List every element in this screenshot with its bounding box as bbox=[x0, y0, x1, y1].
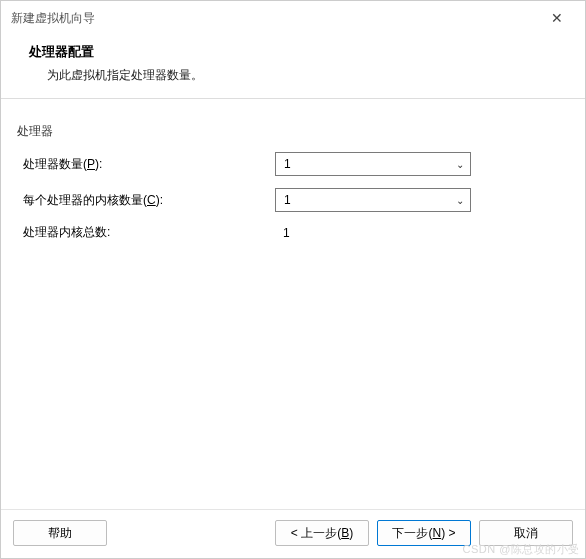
page-title: 处理器配置 bbox=[29, 43, 557, 61]
titlebar: 新建虚拟机向导 ✕ bbox=[1, 1, 585, 35]
row-total-cores: 处理器内核总数: 1 bbox=[15, 218, 571, 247]
processor-count-value: 1 bbox=[284, 157, 291, 171]
cancel-button[interactable]: 取消 bbox=[479, 520, 573, 546]
processor-group: 处理器 处理器数量(P): 1 ⌄ 每个处理器的内核数量(C): 1 ⌄ bbox=[15, 113, 571, 247]
total-cores-value: 1 bbox=[275, 226, 290, 240]
close-icon: ✕ bbox=[551, 10, 563, 26]
label-processor-count: 处理器数量(P): bbox=[23, 156, 275, 173]
wizard-footer: 帮助 < 上一步(B) 下一步(N) > 取消 bbox=[1, 509, 585, 558]
wizard-body: 处理器 处理器数量(P): 1 ⌄ 每个处理器的内核数量(C): 1 ⌄ bbox=[1, 99, 585, 509]
cores-per-processor-value: 1 bbox=[284, 193, 291, 207]
processor-count-select[interactable]: 1 ⌄ bbox=[275, 152, 471, 176]
row-cores-per-processor: 每个处理器的内核数量(C): 1 ⌄ bbox=[15, 182, 571, 218]
back-button[interactable]: < 上一步(B) bbox=[275, 520, 369, 546]
next-button[interactable]: 下一步(N) > bbox=[377, 520, 471, 546]
group-label: 处理器 bbox=[15, 123, 57, 146]
window-title: 新建虚拟机向导 bbox=[11, 10, 95, 27]
chevron-down-icon: ⌄ bbox=[456, 195, 464, 206]
cores-per-processor-select[interactable]: 1 ⌄ bbox=[275, 188, 471, 212]
group-divider bbox=[63, 131, 567, 132]
label-cores-per-processor: 每个处理器的内核数量(C): bbox=[23, 192, 275, 209]
wizard-header: 处理器配置 为此虚拟机指定处理器数量。 bbox=[1, 35, 585, 99]
wizard-dialog: 新建虚拟机向导 ✕ 处理器配置 为此虚拟机指定处理器数量。 处理器 处理器数量(… bbox=[0, 0, 586, 559]
row-processor-count: 处理器数量(P): 1 ⌄ bbox=[15, 146, 571, 182]
chevron-down-icon: ⌄ bbox=[456, 159, 464, 170]
help-button[interactable]: 帮助 bbox=[13, 520, 107, 546]
label-total-cores: 处理器内核总数: bbox=[23, 224, 275, 241]
page-description: 为此虚拟机指定处理器数量。 bbox=[29, 67, 557, 84]
close-button[interactable]: ✕ bbox=[539, 7, 575, 29]
